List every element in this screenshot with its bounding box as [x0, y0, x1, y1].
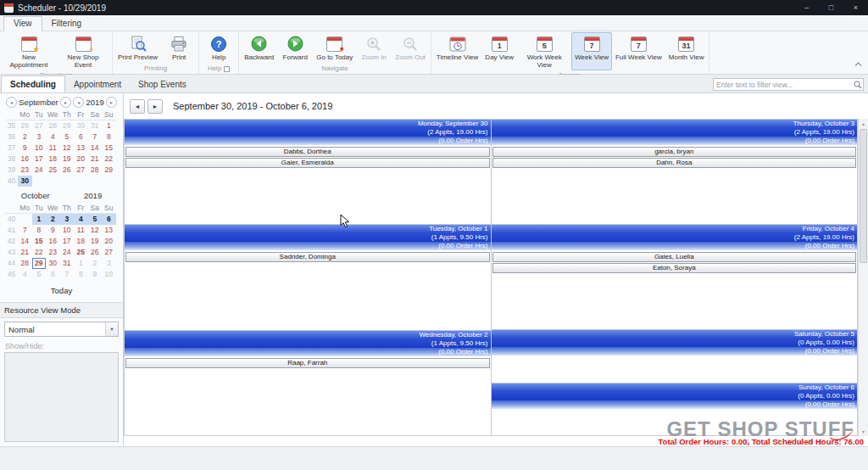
day-body[interactable] [492, 355, 858, 383]
calendar-date[interactable]: 6 [46, 269, 60, 280]
vertical-scrollbar[interactable]: ▲ ▼ [858, 119, 868, 436]
calendar-date[interactable]: 22 [102, 154, 116, 165]
calendar-date[interactable]: 2 [46, 214, 60, 225]
next-week-button[interactable]: ► [147, 99, 163, 114]
calendar-date[interactable]: 26 [18, 120, 32, 131]
day-body[interactable]: Gales, LuellaEaton, Soraya [492, 250, 858, 329]
calendar-date[interactable]: 30 [18, 176, 32, 187]
calendar-date[interactable]: 16 [18, 154, 32, 165]
dialog-launcher-icon[interactable] [224, 66, 230, 72]
appointment-item[interactable]: Gaier, Esmeralda [125, 158, 490, 168]
calendar-date[interactable]: 4 [18, 269, 32, 280]
go-to-today-button[interactable]: ■Go to Today [313, 32, 356, 64]
calendar-date[interactable]: 29 [32, 258, 47, 269]
calendar-date[interactable]: 10 [32, 143, 47, 154]
calendar-date[interactable]: 3 [32, 131, 47, 143]
work-week-view-button[interactable]: 5Work Week View [517, 32, 571, 70]
prev-year-icon[interactable]: ◄ [73, 97, 84, 108]
appointment-item[interactable]: Dahn, Rosa [492, 158, 857, 168]
minimize-button[interactable]: – [794, 0, 819, 15]
calendar-date[interactable]: 26 [88, 247, 103, 258]
tab-scheduling[interactable]: Scheduling [1, 76, 65, 92]
day-body[interactable]: garcia, bryanDahn, Rosa [492, 145, 858, 224]
forward-button[interactable]: Forward [277, 32, 313, 64]
calendar-date[interactable]: 24 [32, 165, 47, 176]
calendar-date[interactable]: 4 [46, 131, 60, 143]
calendar-date[interactable]: 9 [46, 225, 60, 236]
day-header[interactable]: Sunday, October 6(0 Appts, 0.00 Hrs) [492, 383, 858, 400]
calendar-date[interactable]: 7 [18, 225, 32, 236]
backward-button[interactable]: Backward [241, 32, 277, 64]
calendar-date[interactable]: 6 [102, 214, 116, 225]
calendar-date[interactable]: 12 [60, 143, 75, 154]
calendar-date[interactable]: 8 [74, 269, 88, 280]
new-appointment-button[interactable]: ★New Appointment [2, 32, 56, 70]
calendar-date[interactable]: 26 [60, 165, 75, 176]
filter-input[interactable] [714, 81, 852, 89]
day-view-button[interactable]: 1Day View [481, 32, 517, 70]
calendar-date[interactable]: 25 [46, 165, 60, 176]
calendar-date[interactable]: 1 [74, 258, 88, 269]
previous-week-button[interactable]: ◄ [130, 99, 145, 114]
calendar-date[interactable]: 2 [88, 258, 103, 269]
scroll-down-icon[interactable]: ▼ [859, 427, 868, 436]
calendar-date[interactable]: 23 [46, 247, 60, 258]
calendar-date[interactable]: 1 [32, 214, 47, 225]
appointment-item[interactable]: Gales, Luella [492, 252, 857, 262]
calendar-date[interactable]: 21 [88, 154, 103, 165]
calendar-date[interactable]: 24 [60, 247, 75, 258]
calendar-date[interactable]: 13 [102, 225, 116, 236]
calendar-date[interactable]: 19 [88, 236, 103, 247]
calendar-date[interactable]: 21 [18, 247, 32, 258]
new-shop-event-button[interactable]: ☼New Shop Event [56, 32, 110, 70]
calendar-date[interactable]: 31 [60, 258, 75, 269]
calendar-date[interactable]: 10 [60, 225, 75, 236]
day-header[interactable]: Wednesday, October 2(1 Appts, 9.50 Hrs) [125, 331, 491, 348]
calendar-date[interactable]: 28 [46, 120, 60, 131]
show-hide-listbox[interactable] [4, 352, 119, 442]
timeline-view-button[interactable]: Timeline View [433, 32, 481, 70]
calendar-date[interactable]: 18 [74, 236, 88, 247]
calendar-date[interactable]: 3 [102, 258, 116, 269]
calendar-date[interactable]: 31 [88, 120, 103, 131]
calendar-date[interactable]: 14 [88, 143, 103, 154]
close-button[interactable]: × [843, 0, 868, 15]
day-body[interactable]: Sadrider, Dominga [125, 250, 491, 329]
collapse-ribbon-icon[interactable] [854, 56, 863, 71]
calendar-date[interactable]: 3 [60, 214, 75, 225]
calendar-date[interactable]: 19 [60, 154, 75, 165]
calendar-date[interactable]: 16 [46, 236, 60, 247]
day-header[interactable]: Monday, September 30(2 Appts, 19.00 Hrs) [125, 120, 491, 137]
calendar-date[interactable]: 20 [74, 154, 88, 165]
day-header[interactable]: Thursday, October 3(2 Appts, 19.00 Hrs) [492, 120, 858, 137]
appointment-item[interactable]: Eaton, Soraya [492, 263, 857, 273]
calendar-date[interactable]: 17 [60, 236, 75, 247]
chevron-down-icon[interactable]: ▼ [105, 322, 118, 336]
calendar-date[interactable]: 28 [88, 165, 103, 176]
prev-month-icon[interactable]: ◄ [6, 97, 17, 108]
ribbon-tab-view[interactable]: View [3, 16, 42, 31]
calendar-date[interactable]: 5 [60, 131, 75, 143]
calendar-date[interactable]: 30 [74, 120, 88, 131]
calendar-date[interactable]: 22 [32, 247, 47, 258]
scrollbar-thumb[interactable] [860, 129, 867, 263]
next-month-icon[interactable]: ► [60, 97, 71, 108]
calendar-date[interactable]: 23 [18, 165, 32, 176]
day-body[interactable]: Dabbs, DortheaGaier, Esmeralda [125, 145, 491, 224]
maximize-button[interactable]: □ [819, 0, 843, 15]
calendar-date[interactable]: 11 [46, 143, 60, 154]
calendar-date[interactable]: 11 [74, 225, 88, 236]
scroll-up-icon[interactable]: ▲ [859, 119, 868, 128]
help-button[interactable]: ?Help [201, 32, 236, 64]
calendar-date[interactable]: 15 [102, 143, 116, 154]
calendar-date[interactable]: 18 [46, 154, 60, 165]
day-body[interactable]: Raap, Farrah [125, 356, 491, 435]
appointment-item[interactable]: garcia, bryan [492, 147, 857, 157]
calendar-date[interactable]: 7 [88, 131, 103, 143]
today-button[interactable]: Today [41, 284, 82, 297]
print-preview-button[interactable]: Print Preview [114, 32, 161, 64]
calendar-date[interactable]: 13 [74, 143, 88, 154]
calendar-date[interactable]: 29 [60, 120, 75, 131]
calendar-date[interactable]: 1 [102, 120, 116, 131]
print-button[interactable]: Print [161, 32, 197, 64]
